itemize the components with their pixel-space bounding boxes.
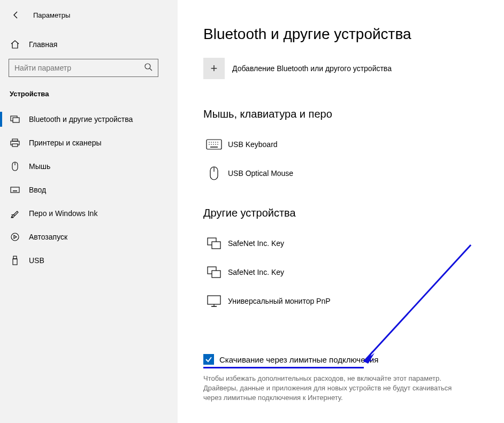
device-label: USB Optical Mouse	[228, 169, 293, 178]
generic-device-icon	[203, 237, 225, 249]
svg-rect-15	[13, 256, 17, 259]
metered-checkbox-label: Скачивание через лимитные подключения	[219, 355, 378, 364]
sidebar-item-autoplay[interactable]: Автозапуск	[0, 225, 178, 249]
device-row[interactable]: SafeNet Inc. Key	[203, 258, 504, 287]
svg-point-23	[209, 144, 210, 145]
sidebar-item-label: Мышь	[29, 162, 50, 171]
sidebar-category: Устройства	[0, 84, 178, 107]
svg-rect-8	[11, 187, 19, 193]
svg-point-19	[211, 142, 212, 143]
device-row[interactable]: USB Optical Mouse	[203, 159, 504, 188]
home-icon	[10, 40, 20, 49]
svg-point-26	[215, 144, 216, 145]
search-input[interactable]	[14, 64, 144, 72]
add-device-label: Добавление Bluetooth или другого устройс…	[232, 64, 392, 73]
pen-icon	[10, 209, 20, 218]
svg-rect-35	[208, 296, 220, 304]
svg-point-25	[213, 144, 214, 145]
section-heading-input-devices: Мышь, клавиатура и перо	[203, 108, 504, 120]
search-box[interactable]	[9, 59, 158, 77]
home-nav[interactable]: Главная	[0, 35, 178, 53]
svg-rect-2	[13, 118, 19, 122]
sidebar-item-bluetooth[interactable]: Bluetooth и другие устройства	[0, 107, 178, 131]
sidebar-item-label: Bluetooth и другие устройства	[29, 115, 133, 124]
keyboard-icon	[203, 139, 225, 150]
sidebar-item-typing[interactable]: Ввод	[0, 178, 178, 202]
window-title: Параметры	[33, 11, 70, 19]
sidebar-item-label: Перо и Windows Ink	[29, 209, 97, 218]
section-heading-other-devices: Другие устройства	[203, 207, 504, 219]
svg-rect-16	[13, 259, 17, 265]
svg-point-24	[211, 144, 212, 145]
svg-rect-32	[212, 242, 220, 249]
sidebar-item-printers[interactable]: Принтеры и сканеры	[0, 131, 178, 155]
annotation-underline	[203, 367, 364, 368]
check-icon	[205, 356, 212, 363]
device-row[interactable]: USB Keyboard	[203, 130, 504, 159]
monitor-icon	[203, 295, 225, 307]
sidebar-item-usb[interactable]: USB	[0, 249, 178, 272]
svg-point-27	[217, 144, 218, 145]
devices-icon	[10, 116, 20, 123]
sidebar-item-label: Ввод	[29, 186, 46, 194]
sidebar: Параметры Главная Устройства Bluetooth и…	[0, 0, 178, 423]
add-device-button[interactable]: +	[203, 58, 225, 79]
sidebar-item-label: USB	[29, 256, 44, 265]
mouse-icon	[10, 161, 20, 171]
svg-point-21	[215, 142, 216, 143]
metered-description: Чтобы избежать дополнительных расходов, …	[203, 374, 465, 403]
svg-point-20	[213, 142, 214, 143]
add-device-row[interactable]: + Добавление Bluetooth или другого устро…	[203, 58, 504, 79]
autoplay-icon	[10, 232, 20, 242]
device-label: Универсальный монитор PnP	[228, 297, 331, 305]
device-label: SafeNet Inc. Key	[228, 239, 284, 248]
sidebar-item-label: Принтеры и сканеры	[29, 139, 101, 147]
page-heading: Bluetooth и другие устройства	[203, 26, 504, 43]
svg-rect-5	[12, 144, 18, 147]
mouse-icon	[203, 166, 225, 180]
search-container	[0, 53, 178, 84]
device-row[interactable]: SafeNet Inc. Key	[203, 229, 504, 258]
metered-checkbox[interactable]	[203, 354, 214, 365]
generic-device-icon	[203, 266, 225, 278]
search-icon	[144, 63, 152, 73]
svg-point-0	[145, 64, 150, 69]
svg-point-14	[11, 233, 19, 241]
printer-icon	[10, 139, 20, 147]
device-label: USB Keyboard	[228, 140, 278, 149]
main-content: Bluetooth и другие устройства + Добавлен…	[178, 0, 504, 423]
arrow-left-icon	[12, 11, 20, 19]
device-row[interactable]: Универсальный монитор PnP	[203, 287, 504, 316]
title-bar: Параметры	[0, 5, 178, 35]
metered-checkbox-row: Скачивание через лимитные подключения	[203, 354, 504, 365]
sidebar-item-label: Автозапуск	[29, 233, 67, 241]
sidebar-item-pen[interactable]: Перо и Windows Ink	[0, 202, 178, 225]
svg-rect-34	[212, 271, 220, 278]
svg-point-22	[217, 142, 218, 143]
keyboard-icon	[10, 187, 20, 193]
device-label: SafeNet Inc. Key	[228, 268, 284, 276]
usb-icon	[10, 256, 20, 265]
metered-download-block: Скачивание через лимитные подключения Чт…	[203, 354, 504, 403]
svg-point-18	[209, 142, 210, 143]
sidebar-item-mouse[interactable]: Мышь	[0, 155, 178, 178]
svg-rect-3	[12, 139, 18, 141]
plus-icon: +	[211, 61, 218, 75]
home-label: Главная	[29, 40, 57, 49]
back-button[interactable]	[9, 7, 24, 22]
